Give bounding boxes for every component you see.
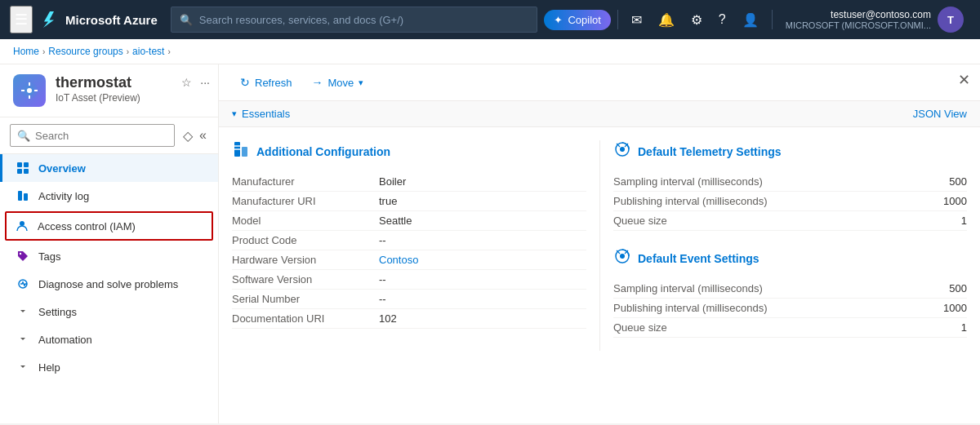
event-row-publishing: Publishing interval (milliseconds) 1000 xyxy=(613,299,967,318)
breadcrumb-home[interactable]: Home xyxy=(13,46,39,57)
sidebar-item-access-control[interactable]: Access control (IAM) xyxy=(5,211,213,241)
global-search-box[interactable]: 🔍 xyxy=(171,7,538,33)
breadcrumb-resource-groups[interactable]: Resource groups xyxy=(48,46,122,57)
user-tenant: MICROSOFT (MICROSOFT.ONMI... xyxy=(786,20,931,30)
move-label: Move xyxy=(328,77,354,89)
additional-config-table: Manufacturer Boiler Manufacturer URI tru… xyxy=(232,172,586,329)
config-value-product-code: -- xyxy=(379,234,386,246)
sidebar-item-access-label: Access control (IAM) xyxy=(38,220,203,232)
config-label-serial-number: Serial Number xyxy=(232,293,379,305)
sidebar-expand-button[interactable]: ◇ xyxy=(181,126,194,145)
help-question-button[interactable]: ? xyxy=(712,7,733,32)
config-row-product-code: Product Code -- xyxy=(232,231,586,250)
telemetry-icon xyxy=(613,140,631,162)
copilot-label: Copilot xyxy=(568,14,600,26)
resource-icon xyxy=(13,74,46,107)
svg-rect-8 xyxy=(24,162,29,167)
refresh-label: Refresh xyxy=(255,77,292,89)
config-label-manufacturer-uri: Manufacturer URI xyxy=(232,195,379,207)
activity-log-icon xyxy=(16,188,30,203)
notification-bell-button[interactable]: 🔔 xyxy=(652,7,681,33)
user-profile-area[interactable]: testuser@contoso.com MICROSOFT (MICROSOF… xyxy=(779,3,970,36)
additional-config-section: Additional Configuration Manufacturer Bo… xyxy=(232,140,599,351)
move-button[interactable]: → Move ▾ xyxy=(304,71,372,94)
azure-logo-area: Microsoft Azure xyxy=(39,10,158,29)
event-value-publishing: 1000 xyxy=(943,302,967,314)
sidebar-item-overview[interactable]: Overview xyxy=(0,154,218,182)
mail-icon-button[interactable]: ✉ xyxy=(625,7,648,33)
svg-rect-19 xyxy=(234,148,240,150)
config-value-hardware-version[interactable]: Contoso xyxy=(379,254,418,266)
sidebar-item-activity-log[interactable]: Activity log xyxy=(0,182,218,210)
topbar-actions: ✦ Copilot ✉ 🔔 ⚙ ? 👤 testuser@contoso.com… xyxy=(544,3,970,36)
favorite-star-button[interactable]: ☆ xyxy=(180,74,194,91)
svg-rect-10 xyxy=(24,169,29,174)
automation-expand-icon xyxy=(16,332,30,347)
sidebar-item-settings[interactable]: Settings xyxy=(0,298,218,325)
config-row-hardware-version: Hardware Version Contoso xyxy=(232,250,586,270)
search-icon: 🔍 xyxy=(180,14,193,26)
hamburger-menu-button[interactable]: ☰ xyxy=(10,6,33,33)
config-value-manufacturer: Boiler xyxy=(379,175,406,188)
sidebar-item-help[interactable]: Help xyxy=(0,353,218,381)
refresh-button[interactable]: ↻ Refresh xyxy=(232,71,301,94)
event-row-sampling: Sampling interval (milliseconds) 500 xyxy=(613,279,967,299)
config-value-software-version: -- xyxy=(379,273,386,286)
access-control-icon xyxy=(15,219,29,233)
resource-type: IoT Asset (Preview) xyxy=(56,92,205,104)
telemetry-row-queue: Queue size 1 xyxy=(613,211,967,231)
svg-rect-7 xyxy=(17,162,22,167)
refresh-icon: ↻ xyxy=(240,76,250,89)
copilot-button[interactable]: ✦ Copilot xyxy=(544,10,610,30)
azure-title: Microsoft Azure xyxy=(65,13,158,27)
event-value-queue: 1 xyxy=(961,321,967,334)
config-row-software-version: Software Version -- xyxy=(232,270,586,290)
sidebar-item-automation[interactable]: Automation xyxy=(0,325,218,353)
sidebar-search-input[interactable] xyxy=(35,130,167,142)
sidebar-item-help-label: Help xyxy=(38,361,205,374)
config-row-serial-number: Serial Number -- xyxy=(232,290,586,309)
telemetry-title-text: Default Telemetry Settings xyxy=(638,145,782,158)
essentials-toggle[interactable]: ▾ Essentials xyxy=(232,108,913,120)
more-options-button[interactable]: ··· xyxy=(198,74,212,91)
telemetry-value-publishing: 1000 xyxy=(943,195,967,207)
settings-gear-button[interactable]: ⚙ xyxy=(684,7,709,33)
sidebar-item-diagnose[interactable]: Diagnose and solve problems xyxy=(0,270,218,298)
telemetry-label-publishing: Publishing interval (milliseconds) xyxy=(613,195,943,207)
global-search-input[interactable] xyxy=(199,14,529,26)
resource-header-actions: ☆ ··· xyxy=(180,74,212,91)
event-label-publishing: Publishing interval (milliseconds) xyxy=(613,302,943,314)
right-settings-section: Default Telemetry Settings Sampling inte… xyxy=(599,140,967,351)
sidebar-collapse-buttons: ◇ « xyxy=(181,126,208,145)
breadcrumb-sep-1: › xyxy=(42,47,45,56)
config-label-product-code: Product Code xyxy=(232,234,379,246)
user-info: testuser@contoso.com MICROSOFT (MICROSOF… xyxy=(786,9,931,30)
telemetry-section: Default Telemetry Settings Sampling inte… xyxy=(613,140,967,231)
event-rows: Sampling interval (milliseconds) 500 Pub… xyxy=(613,279,967,338)
event-value-sampling: 500 xyxy=(949,282,967,294)
telemetry-value-queue: 1 xyxy=(961,215,967,227)
close-button[interactable]: ✕ xyxy=(958,71,970,89)
additional-config-title: Additional Configuration xyxy=(232,140,586,162)
config-label-model: Model xyxy=(232,215,379,227)
resource-header: thermostat IoT Asset (Preview) ☆ ··· xyxy=(0,64,218,117)
sidebar-item-tags[interactable]: Tags xyxy=(0,242,218,270)
telemetry-rows: Sampling interval (milliseconds) 500 Pub… xyxy=(613,172,967,231)
svg-rect-12 xyxy=(24,193,28,201)
config-value-serial-number: -- xyxy=(379,293,386,305)
event-title-text: Default Event Settings xyxy=(638,252,760,265)
avatar: T xyxy=(938,7,964,33)
config-label-documentation-uri: Documentation URI xyxy=(232,312,379,325)
config-label-software-version: Software Version xyxy=(232,273,379,286)
additional-config-title-text: Additional Configuration xyxy=(256,145,390,158)
breadcrumb-aio-test[interactable]: aio-test xyxy=(132,46,164,57)
json-view-button[interactable]: JSON View xyxy=(913,108,967,120)
feedback-button[interactable]: 👤 xyxy=(736,7,765,33)
sidebar-collapse-button[interactable]: « xyxy=(198,126,208,144)
config-row-documentation-uri: Documentation URI 102 xyxy=(232,309,586,329)
sidebar-search-box[interactable]: 🔍 xyxy=(10,124,175,147)
svg-rect-17 xyxy=(242,147,247,157)
tags-icon xyxy=(16,249,30,263)
topbar-divider-2 xyxy=(772,10,773,29)
additional-config-icon xyxy=(232,140,250,162)
